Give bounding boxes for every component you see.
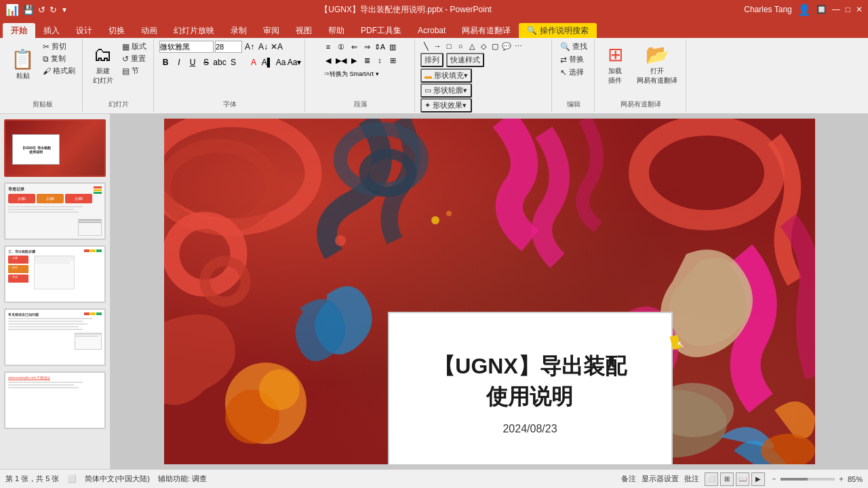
tab-pdf[interactable]: PDF工具集 [353, 23, 410, 38]
tab-insert[interactable]: 插入 [35, 23, 68, 38]
shapes-more-btn[interactable]: ⋯ [513, 41, 524, 52]
font-name-input[interactable] [159, 41, 214, 53]
font-size-input[interactable] [215, 41, 242, 53]
tab-help[interactable]: 帮助 [320, 23, 353, 38]
diamond-btn[interactable]: ◇ [478, 41, 489, 52]
cut-button[interactable]: ✂ 剪切 [40, 41, 78, 52]
zoom-minus-btn[interactable]: － [770, 474, 778, 484]
display-settings-btn[interactable]: 显示器设置 [642, 474, 679, 484]
list-row: ≡ ① ⇐ ⇒ ⇕A ▥ [322, 41, 399, 53]
tab-search[interactable]: 🔍 操作说明搜索 [519, 23, 596, 38]
comments-btn[interactable]: 批注 [684, 474, 699, 484]
copy-button[interactable]: ⧉ 复制 [40, 53, 78, 64]
quick-dropdown[interactable]: ▼ [61, 6, 68, 14]
tab-netease[interactable]: 网易有道翻译 [454, 23, 519, 38]
quick-redo[interactable]: ↻ [50, 5, 57, 15]
translate-load-button[interactable]: ⊞ 加载插件 [600, 41, 630, 89]
round-rect-btn[interactable]: ▢ [490, 41, 500, 52]
justify-btn[interactable]: ≣ [361, 54, 373, 66]
tab-review[interactable]: 审阅 [255, 23, 288, 38]
tab-acrobat[interactable]: Acrobat [410, 23, 454, 38]
font-decrease-btn[interactable]: A↓ [257, 41, 269, 53]
quick-undo[interactable]: ↺ [38, 5, 45, 15]
slideshow-btn[interactable]: ▶ [751, 472, 765, 486]
tab-home[interactable]: 开始 [3, 23, 35, 38]
ribbon-display-btn[interactable]: 🔲 [816, 5, 827, 14]
font-increase-btn[interactable]: A↑ [243, 41, 256, 53]
slide-thumb-1[interactable]: 【UGNX】导出装配使用说明 [4, 119, 106, 177]
shape-outline-btn[interactable]: ▭ 形状轮廓▾ [420, 83, 472, 98]
tab-design[interactable]: 设计 [68, 23, 100, 38]
close-btn[interactable]: ✕ [856, 5, 863, 14]
shape-fill-btn[interactable]: ▬ 形状填充▾ [420, 68, 472, 83]
slide-thumb-3[interactable]: 三、导出装配步骤 → 步骤 → 操作 → 完成 [4, 245, 106, 303]
select-button[interactable]: ↖ 选择 [557, 66, 587, 78]
tab-view[interactable]: 视图 [288, 23, 320, 38]
replace-button[interactable]: ⇄ 替换 [557, 54, 587, 65]
align-center-btn[interactable]: ▶◀ [335, 54, 347, 66]
find-button[interactable]: 🔍 查找 [557, 41, 590, 52]
convert-smartart-btn[interactable]: ⇒转换为 SmartArt ▾ [322, 68, 380, 80]
notes-btn[interactable]: 备注 [621, 474, 636, 484]
quick-style-btn[interactable]: 快速样式 [446, 53, 484, 67]
tab-slideshow[interactable]: 幻灯片放映 [165, 23, 222, 38]
align-left-btn[interactable]: ◀ [322, 54, 334, 66]
subscript-btn[interactable]: abc [214, 56, 226, 68]
clear-format-btn[interactable]: ✕A [271, 41, 283, 53]
columns-btn[interactable]: ▥ [387, 41, 399, 53]
italic-btn[interactable]: I [173, 56, 185, 68]
text-highlight-btn[interactable]: A▌ [261, 56, 273, 68]
bold-btn[interactable]: B [159, 56, 172, 68]
quick-save[interactable]: 💾 [23, 5, 34, 15]
slide-thumb-2[interactable]: 导览记录 步骤1 步骤2 步骤3 [4, 182, 106, 240]
paste-button[interactable]: 📋 粘贴 [7, 41, 39, 89]
slide-sorter-btn[interactable]: ⊞ [720, 472, 734, 486]
zoom-control: － ＋ 85% [770, 474, 863, 484]
new-slide-button[interactable]: 🗂 新建幻灯片 [88, 41, 118, 89]
shadow-btn[interactable]: S [227, 56, 239, 68]
paste-label: 粘贴 [16, 71, 30, 81]
underline-btn[interactable]: U [186, 56, 199, 68]
translate-open-button[interactable]: 📂 打开网易有道翻译 [633, 41, 682, 89]
maximize-btn[interactable]: □ [846, 5, 850, 14]
layout-button[interactable]: ▦ 版式 [119, 41, 149, 52]
circle-btn[interactable]: ○ [455, 41, 466, 52]
line-btn[interactable]: ╲ [420, 41, 431, 52]
decrease-indent-btn[interactable]: ⇐ [348, 41, 360, 53]
line-spacing-btn[interactable]: ↕ [374, 54, 386, 66]
bullet-list-btn[interactable]: ≡ [322, 41, 334, 53]
section-button[interactable]: ▤ 节 [119, 65, 149, 77]
increase-indent-btn[interactable]: ⇒ [361, 41, 373, 53]
ribbon-tabs: 开始 插入 设计 切换 动画 幻灯片放映 录制 审阅 视图 帮助 PDF工具集 … [0, 19, 868, 38]
text-direction-btn[interactable]: ⇕A [374, 41, 386, 53]
reading-view-btn[interactable]: 📖 [736, 472, 749, 486]
zoom-slider[interactable] [781, 478, 835, 481]
arrow-btn[interactable]: → [432, 41, 443, 52]
minimize-btn[interactable]: — [832, 5, 840, 14]
numbered-list-btn[interactable]: ① [335, 41, 347, 53]
main-slide-canvas[interactable]: 【UGNX】导出装配使用说明 2024/08/23 ↖ [164, 119, 815, 464]
shapes-row: ╲ → □ ○ △ ◇ ▢ 💬 ⋯ [420, 41, 524, 52]
font-color-btn[interactable]: A [248, 56, 260, 68]
format-painter-button[interactable]: 🖌 格式刷 [40, 65, 78, 77]
rect-btn[interactable]: □ [443, 41, 454, 52]
tab-transitions[interactable]: 切换 [100, 23, 133, 38]
arrange-btn[interactable]: 排列 [420, 53, 443, 67]
slide-thumb-4[interactable]: 常见错误及已知问题 [4, 308, 106, 366]
font-case-btn[interactable]: Aa▾ [288, 56, 300, 68]
title-text-box[interactable]: 【UGNX】导出装配使用说明 2024/08/23 [388, 312, 673, 464]
align-right-btn[interactable]: ▶ [348, 54, 360, 66]
font-size-aa-btn[interactable]: Aa [275, 56, 287, 68]
zoom-plus-btn[interactable]: ＋ [837, 474, 845, 484]
normal-view-btn[interactable]: ⬜ [705, 472, 718, 486]
tab-record[interactable]: 录制 [222, 23, 255, 38]
accessibility-info[interactable]: 辅助功能: 调查 [158, 474, 207, 484]
slide-thumb-5[interactable]: www.example.com下载地址 [4, 371, 106, 429]
callout-btn[interactable]: 💬 [501, 41, 512, 52]
shape-effect-btn[interactable]: ✦ 形状效果▾ [420, 98, 472, 113]
tab-animations[interactable]: 动画 [133, 23, 165, 38]
strikethrough-btn[interactable]: S [200, 56, 212, 68]
reset-button[interactable]: ↺ 重置 [119, 53, 149, 64]
triangle-btn[interactable]: △ [467, 41, 477, 52]
text-align-btn[interactable]: ⊞ [387, 54, 399, 66]
